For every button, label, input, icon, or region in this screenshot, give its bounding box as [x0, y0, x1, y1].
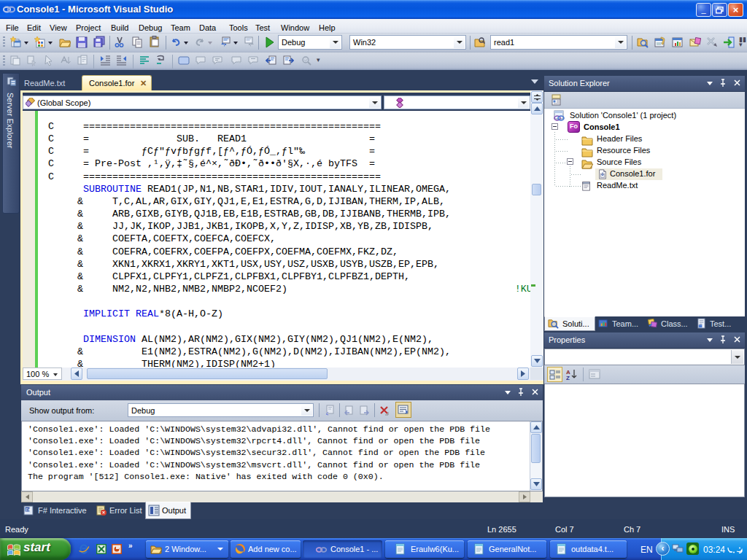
svg-text:F#: F# — [26, 508, 31, 512]
svg-text:Z: Z — [566, 375, 570, 380]
